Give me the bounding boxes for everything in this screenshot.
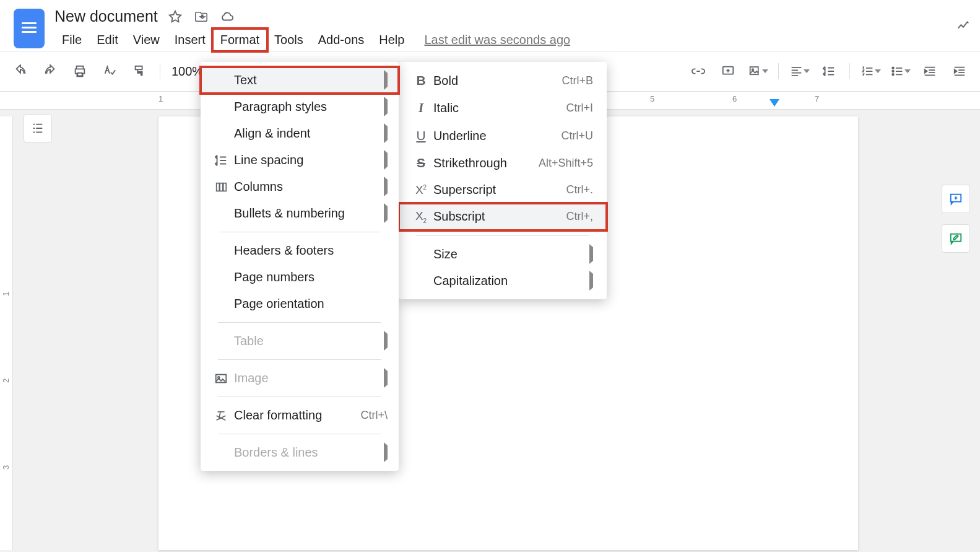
menu-item-label: Superscript: [433, 183, 566, 197]
format-item-bullets-numbering[interactable]: Bullets & numbering: [201, 200, 399, 227]
insert-link-icon[interactable]: [689, 62, 708, 81]
menu-item-label: Size: [433, 247, 589, 261]
submenu-arrow-icon: [384, 445, 388, 460]
menu-tools[interactable]: Tools: [267, 29, 311, 51]
menu-edit[interactable]: Edit: [89, 29, 125, 51]
right-margin-marker-icon[interactable]: [770, 99, 779, 107]
menu-item-label: Image: [234, 371, 384, 385]
format-item-align-indent[interactable]: Align & indent: [201, 120, 399, 147]
ruler-number: 1: [1, 292, 11, 296]
menu-item-label: Clear formatting: [234, 408, 360, 423]
menu-separator: [218, 359, 381, 360]
ruler-number: 5: [650, 94, 654, 103]
vertical-ruler[interactable]: 1 2 3: [0, 116, 13, 550]
text-item-size[interactable]: Size: [399, 241, 607, 268]
menu-item-label: Borders & lines: [234, 445, 384, 460]
decrease-indent-icon[interactable]: [921, 62, 939, 81]
format-dropdown: TextParagraph stylesAlign & indentLine s…: [201, 62, 399, 471]
menu-item-label: Subscript: [433, 209, 566, 224]
format-item-line-spacing[interactable]: Line spacing: [201, 147, 399, 173]
format-item-paragraph-styles[interactable]: Paragraph styles: [201, 94, 399, 120]
keyboard-shortcut: Ctrl+.: [566, 183, 593, 196]
text-item-strikethrough[interactable]: SStrikethroughAlt+Shift+5: [399, 149, 607, 177]
align-icon[interactable]: [790, 62, 809, 81]
ruler-number: 3: [1, 465, 11, 470]
menu-item-label: Align & indent: [234, 126, 384, 141]
document-outline-button[interactable]: [24, 114, 52, 142]
text-item-underline[interactable]: UUnderlineCtrl+U: [399, 122, 607, 149]
activity-dashboard-icon[interactable]: [956, 19, 970, 35]
text-submenu: BBoldCtrl+BIItalicCtrl+IUUnderlineCtrl+U…: [399, 62, 607, 299]
keyboard-shortcut: Alt+Shift+5: [539, 157, 593, 170]
sub-icon: X2: [412, 209, 430, 224]
format-item-text[interactable]: Text: [201, 67, 399, 94]
submenu-arrow-icon: [384, 206, 388, 221]
toolbar-separator: [849, 63, 850, 79]
dropdown-arrow-icon: [762, 69, 768, 73]
svg-point-4: [892, 71, 894, 72]
paint-format-icon[interactable]: [130, 62, 149, 81]
menu-help[interactable]: Help: [371, 29, 412, 51]
last-edit-link[interactable]: Last edit was seconds ago: [424, 33, 570, 47]
undo-icon[interactable]: [11, 62, 30, 81]
text-item-superscript[interactable]: X2SuperscriptCtrl+.: [399, 177, 607, 203]
menu-separator: [218, 232, 381, 232]
submenu-arrow-icon: [384, 153, 388, 167]
docs-logo-icon[interactable]: [14, 9, 45, 48]
numbered-list-icon[interactable]: [861, 62, 880, 81]
insert-image-icon[interactable]: [748, 62, 767, 81]
menu-view[interactable]: View: [126, 29, 167, 51]
columns-icon: [212, 180, 230, 194]
text-item-capitalization[interactable]: Capitalization: [399, 268, 607, 294]
menu-item-label: Bullets & numbering: [234, 206, 384, 221]
menu-separator: [218, 322, 381, 323]
menu-item-label: Table: [234, 334, 384, 348]
underline-icon: U: [412, 128, 430, 143]
submenu-arrow-icon: [589, 247, 593, 261]
menu-insert[interactable]: Insert: [167, 29, 213, 51]
menu-format[interactable]: Format: [213, 29, 267, 51]
text-item-bold[interactable]: BBoldCtrl+B: [399, 67, 607, 94]
clear-format-icon: [212, 409, 230, 423]
menu-separator: [416, 235, 589, 236]
suggest-edits-button[interactable]: [942, 224, 970, 253]
menu-addons[interactable]: Add-ons: [311, 29, 372, 51]
document-title[interactable]: New document: [54, 5, 158, 28]
image-icon: [212, 372, 230, 385]
submenu-arrow-icon: [384, 100, 388, 114]
insert-comment-icon[interactable]: [719, 62, 737, 81]
format-item-clear-formatting[interactable]: Clear formattingCtrl+\: [201, 402, 399, 429]
text-item-italic[interactable]: IItalicCtrl+I: [399, 94, 607, 122]
move-folder-icon[interactable]: [193, 8, 210, 25]
redo-icon[interactable]: [41, 62, 59, 81]
keyboard-shortcut: Ctrl+U: [561, 129, 593, 142]
format-item-table: Table: [201, 328, 399, 354]
spellcheck-icon[interactable]: [100, 62, 119, 81]
line-spacing-icon: [212, 154, 230, 167]
menu-item-label: Columns: [234, 180, 384, 194]
text-item-subscript[interactable]: X2SubscriptCtrl+,: [399, 203, 607, 230]
cloud-status-icon[interactable]: [219, 8, 236, 25]
line-spacing-icon[interactable]: [820, 62, 838, 81]
menu-file[interactable]: File: [54, 29, 89, 51]
dropdown-arrow-icon: [904, 69, 911, 73]
star-icon[interactable]: [167, 8, 184, 25]
italic-icon: I: [412, 100, 430, 116]
app-header: New document File Edit View Insert Forma…: [0, 0, 980, 51]
format-item-page-orientation[interactable]: Page orientation: [201, 291, 399, 317]
keyboard-shortcut: Ctrl+\: [360, 409, 388, 422]
menu-item-label: Headers & footers: [234, 243, 388, 258]
ruler-number: 6: [732, 94, 737, 103]
format-item-page-numbers[interactable]: Page numbers: [201, 264, 399, 291]
print-icon[interactable]: [71, 62, 89, 81]
menu-separator: [218, 396, 381, 397]
add-comment-button[interactable]: [942, 185, 970, 213]
ruler-number: 2: [1, 379, 11, 383]
menu-item-label: Strikethrough: [433, 156, 539, 170]
bulleted-list-icon[interactable]: [891, 62, 909, 81]
increase-indent-icon[interactable]: [950, 62, 969, 81]
format-item-columns[interactable]: Columns: [201, 173, 399, 200]
submenu-arrow-icon: [384, 371, 388, 385]
menubar: File Edit View Insert Format Tools Add-o…: [54, 29, 974, 51]
format-item-headers-footers[interactable]: Headers & footers: [201, 237, 399, 264]
